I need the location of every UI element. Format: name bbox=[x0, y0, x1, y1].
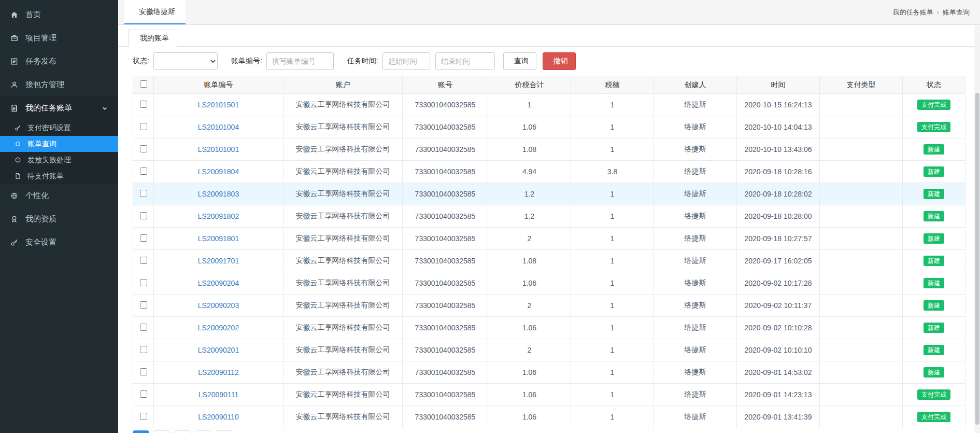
sidebar-item[interactable]: 个性化 bbox=[0, 184, 118, 207]
row-checkbox[interactable] bbox=[140, 101, 147, 108]
row-checkbox[interactable] bbox=[140, 234, 147, 242]
bill-no-link[interactable]: LS20091701 bbox=[198, 257, 239, 265]
pagination-page[interactable]: 4 bbox=[195, 430, 211, 433]
table-row: LS20090204安徽云工享网络科技有限公司7330010400325851.… bbox=[133, 272, 965, 295]
creator-cell: 络捷斯 bbox=[654, 116, 737, 138]
creator-cell: 络捷斯 bbox=[654, 228, 737, 250]
invoice-icon bbox=[10, 104, 20, 112]
sidebar-item-label: 任务发布 bbox=[25, 57, 56, 66]
search-button[interactable]: 查询 bbox=[503, 52, 536, 70]
status-cell: 新建 bbox=[903, 138, 965, 161]
tax-cell: 3.8 bbox=[571, 161, 654, 183]
status-badge: 支付完成 bbox=[917, 122, 950, 132]
bill-no-input[interactable] bbox=[266, 52, 334, 70]
pagination-page[interactable]: 1 bbox=[133, 430, 149, 433]
pay-type-cell bbox=[820, 161, 903, 183]
breadcrumb-parent[interactable]: 我的任务账单 bbox=[893, 8, 933, 17]
briefcase-icon bbox=[10, 34, 20, 42]
table-row: LS20090111安徽云工享网络科技有限公司7330010400325851.… bbox=[133, 384, 965, 406]
tab-my-bills[interactable]: 我的账单 bbox=[128, 30, 177, 47]
scrollbar-thumb[interactable] bbox=[975, 93, 979, 425]
tax-cell: 1 bbox=[571, 183, 654, 205]
row-checkbox[interactable] bbox=[140, 167, 147, 175]
status-cell: 新建 bbox=[903, 295, 965, 317]
bill-no-link[interactable]: LS20090112 bbox=[198, 368, 238, 376]
table-row: LS20090203安徽云工享网络科技有限公司73300104003258521… bbox=[133, 295, 965, 317]
row-checkbox[interactable] bbox=[140, 123, 147, 130]
bill-no-cell: LS20091801 bbox=[154, 228, 283, 250]
sidebar-item[interactable]: 首页 bbox=[0, 3, 118, 26]
creator-cell: 络捷斯 bbox=[654, 205, 737, 228]
row-checkbox[interactable] bbox=[140, 279, 147, 286]
creator-cell: 络捷斯 bbox=[654, 183, 737, 205]
row-checkbox[interactable] bbox=[140, 390, 147, 398]
row-checkbox[interactable] bbox=[140, 301, 147, 309]
sidebar-subitem-label: 账单查询 bbox=[27, 139, 56, 149]
bill-no-link[interactable]: LS20090202 bbox=[198, 324, 239, 332]
row-checkbox[interactable] bbox=[140, 145, 147, 152]
time-cell: 2020-09-02 10:17:28 bbox=[737, 272, 820, 295]
column-header: 支付类型 bbox=[820, 76, 903, 94]
vertical-scrollbar[interactable] bbox=[974, 25, 980, 433]
status-cell: 支付完成 bbox=[903, 384, 965, 406]
column-header: 税额 bbox=[571, 76, 654, 94]
row-checkbox[interactable] bbox=[140, 413, 147, 420]
account-cell: 安徽云工享网络科技有限公司 bbox=[283, 161, 403, 183]
checkbox-cell bbox=[133, 406, 154, 428]
row-checkbox[interactable] bbox=[140, 346, 147, 353]
bill-no-cell: LS20090201 bbox=[154, 339, 283, 361]
sidebar-item-label: 项目管理 bbox=[25, 33, 56, 43]
pagination-page[interactable]: 3 bbox=[174, 430, 191, 433]
account-no-cell: 733001040032585 bbox=[403, 272, 488, 295]
status-select[interactable] bbox=[153, 52, 218, 70]
start-time-input[interactable] bbox=[382, 52, 430, 70]
row-checkbox[interactable] bbox=[140, 190, 147, 197]
bill-no-link[interactable]: LS20091804 bbox=[198, 167, 239, 176]
sidebar-item[interactable]: 任务发布 bbox=[0, 50, 118, 73]
sidebar-subitem[interactable]: 发放失败处理 bbox=[0, 152, 118, 168]
row-checkbox[interactable] bbox=[140, 368, 147, 375]
status-label: 状态: bbox=[133, 57, 149, 66]
row-checkbox[interactable] bbox=[140, 324, 147, 331]
sidebar-subitem[interactable]: 待支付账单 bbox=[0, 168, 118, 184]
amount-cell: 1.2 bbox=[488, 205, 571, 228]
bill-no-link[interactable]: LS20090111 bbox=[198, 390, 238, 399]
task-time-label: 任务时间: bbox=[347, 57, 378, 66]
sidebar-subitem[interactable]: 支付密码设置 bbox=[0, 120, 118, 136]
bill-no-link[interactable]: LS20091801 bbox=[198, 234, 239, 243]
sidebar-item[interactable]: 我的资质 bbox=[0, 207, 118, 231]
bill-no-link[interactable]: LS20090201 bbox=[198, 346, 239, 354]
bill-no-link[interactable]: LS20091803 bbox=[198, 190, 239, 198]
select-all-checkbox[interactable] bbox=[140, 80, 147, 88]
row-checkbox[interactable] bbox=[140, 257, 147, 264]
bill-no-link[interactable]: LS20091802 bbox=[198, 212, 239, 220]
pay-type-cell bbox=[820, 138, 903, 161]
row-checkbox[interactable] bbox=[140, 212, 147, 219]
sidebar-subitem-label: 发放失败处理 bbox=[27, 156, 71, 165]
tax-cell: 1 bbox=[571, 317, 654, 339]
bill-no-link[interactable]: LS20101501 bbox=[198, 101, 239, 109]
sidebar-item[interactable]: 接包方管理 bbox=[0, 73, 118, 96]
topbar-tab-company[interactable]: 安徽络捷斯 bbox=[124, 0, 186, 24]
bill-no-cell: LS20101501 bbox=[154, 94, 283, 116]
bill-no-link[interactable]: LS20101001 bbox=[198, 145, 239, 153]
account-cell: 安徽云工享网络科技有限公司 bbox=[283, 116, 403, 138]
bill-no-link[interactable]: LS20090204 bbox=[198, 279, 239, 287]
bill-no-link[interactable]: LS20101004 bbox=[198, 123, 239, 131]
account-no-cell: 733001040032585 bbox=[403, 183, 488, 205]
sidebar-item[interactable]: 项目管理 bbox=[0, 26, 118, 50]
home-icon bbox=[10, 11, 20, 19]
pagination-page[interactable]: 5 bbox=[216, 430, 232, 433]
checkbox-cell bbox=[133, 361, 154, 384]
pagination-page[interactable]: 2 bbox=[153, 430, 170, 433]
end-time-input[interactable] bbox=[435, 52, 495, 70]
bill-no-link[interactable]: LS20090110 bbox=[198, 413, 238, 421]
bill-no-link[interactable]: LS20090203 bbox=[198, 301, 239, 310]
revoke-button[interactable]: 撤销 bbox=[543, 52, 576, 70]
time-cell: 2020-09-02 10:11:37 bbox=[737, 295, 820, 317]
sidebar-item[interactable]: 我的任务账单 bbox=[0, 96, 118, 120]
sidebar-item-label: 安全设置 bbox=[25, 238, 56, 247]
sidebar-subitem[interactable]: 账单查询 bbox=[0, 136, 118, 152]
status-cell: 新建 bbox=[903, 250, 965, 272]
sidebar-item[interactable]: 安全设置 bbox=[0, 231, 118, 254]
